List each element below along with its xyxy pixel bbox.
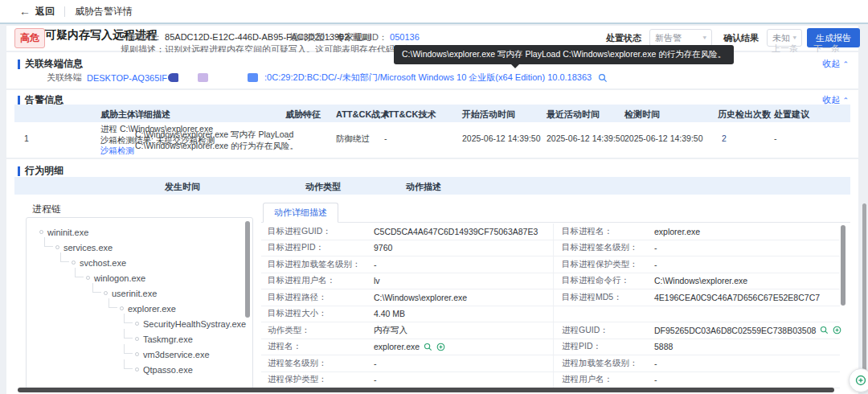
sandbox-detect-link[interactable]: 沙箱检测 [100, 146, 134, 157]
tree-connector [92, 283, 101, 293]
page-title: 威胁告警详情 [75, 5, 133, 18]
dispose-status-label: 处置状态 [606, 32, 641, 44]
node-dot-icon [135, 367, 139, 371]
col-action-desc: 动作描述 [406, 181, 441, 193]
node-dot-icon [104, 291, 108, 295]
terminal-section-header: 关联终端信息 [18, 57, 83, 71]
col-attck-tactic: ATT&CK战术 [336, 109, 389, 121]
node-dot-icon [135, 337, 139, 341]
tree-node[interactable]: winlogon.exe [27, 270, 252, 285]
tree-connector [124, 329, 133, 339]
node-dot-icon [135, 322, 139, 326]
col-detect-time: 检测时间 [624, 109, 660, 121]
tab-action-detail[interactable]: 动作详细描述 [263, 203, 338, 223]
dispose-status-select[interactable]: 新告警 ▾ [649, 29, 712, 47]
detail-row: 目标进程路径： C:\Windows\explorer.exe 目标进程MD5：… [261, 289, 840, 306]
tree-scrollbar[interactable] [245, 221, 250, 318]
node-dot-icon [55, 245, 59, 249]
redaction-block [198, 73, 208, 82]
detail-row: 目标进程GUID： C5CD5CA4A647C6D14939CF75063A87… [261, 224, 840, 240]
col-detail-desc: 详细描述 [135, 109, 170, 121]
col-threat-subject: 威胁主体 [100, 109, 136, 121]
process-chain-title: 进程链 [32, 203, 61, 216]
detail-row: 进程签名级别： - 进程加载签名级别： - [261, 355, 840, 372]
tree-connector [44, 237, 53, 247]
tree-connector [60, 252, 69, 262]
horizontal-scrollbar[interactable] [18, 388, 834, 392]
rule-id-link[interactable]: 050136 [390, 32, 420, 42]
tree-connector [75, 268, 84, 277]
tree-node[interactable]: Qtpasso.exe [27, 362, 252, 377]
chevron-up-icon: ⌃ [842, 60, 849, 68]
threat-feature-cell: - [288, 133, 291, 143]
node-dot-icon [135, 352, 139, 356]
detail-row: 目标进程大小： 4.40 MB [261, 306, 840, 323]
suggestion-cell: - [774, 133, 777, 143]
behavior-card: 行为明细 发生时间 动作类型 动作描述 进程链 wininit.exe serv… [6, 159, 858, 394]
col-occur-time: 发生时间 [165, 181, 200, 193]
search-icon[interactable] [820, 326, 829, 334]
chevron-down-icon: ▾ [792, 35, 796, 41]
table-row[interactable]: 1 进程 C:\Windows\explorer.exe 沙箱检测结果: 未提交… [14, 122, 850, 158]
alert-table-header: 威胁主体 详细描述 威胁特征 ATT&CK战术 ATT&CK技术 开始活动时间 … [14, 105, 850, 122]
tree-node[interactable]: wininit.exe [27, 224, 252, 240]
process-chain-panel: 进程链 wininit.exe services.exe svchost.exe… [24, 201, 255, 392]
detail-row: 目标进程加载签名级别： - 目标进程保护类型： - [261, 257, 840, 273]
chevron-up-icon: ⌃ [842, 96, 849, 105]
history-count-cell: 2 [722, 133, 727, 143]
detail-table-scrollbar[interactable] [841, 225, 845, 306]
tree-node[interactable]: explorer.exe [27, 301, 252, 316]
redaction-block [168, 73, 178, 82]
tree-node[interactable]: svchost.exe [27, 255, 252, 270]
floating-action-button[interactable] [849, 368, 868, 392]
detail-row: 目标进程用户名： lv 目标进程命令行： C:\Windows\explorer… [261, 273, 840, 290]
attck-technique-cell: - [384, 133, 387, 143]
col-threat-feature: 威胁特征 [285, 109, 321, 121]
attck-tactic-cell: 防御绕过 [336, 133, 370, 145]
back-button[interactable]: 返回 [35, 5, 55, 18]
alert-info-card: 告警信息 收起⌃ 威胁主体 详细描述 威胁特征 ATT&CK战术 ATT&CK技… [6, 90, 858, 158]
tree-connector [124, 314, 133, 323]
node-dot-icon [39, 230, 43, 234]
tree-connector [124, 359, 133, 369]
detail-table: 目标进程GUID： C5CD5CA4A647C6D14939CF75063A87… [261, 224, 840, 388]
start-time-cell: 2025-06-12 14:39:50 [462, 133, 541, 143]
detect-time-cell: 2025-06-12 14:39:50 [624, 133, 703, 143]
tree-connector [124, 344, 133, 354]
chevron-down-icon: ▾ [702, 35, 706, 41]
col-start-time: 开始活动时间 [462, 109, 515, 121]
severity-badge: 高危 [14, 28, 45, 48]
rule-id: 规则ID： 050136 [352, 31, 420, 43]
hostname-link[interactable]: DESKTOP-AQ365IF [87, 73, 167, 83]
section-accent-bar [18, 166, 20, 176]
circle-plus-icon[interactable] [833, 326, 841, 334]
tree-node[interactable]: SecurityHealthSystray.exe [27, 316, 252, 331]
tree-node[interactable]: vm3dservice.exe [27, 347, 252, 362]
page-scrollbar[interactable] [862, 203, 866, 376]
behavior-section-header: 行为明细 [18, 164, 63, 178]
search-icon[interactable] [598, 73, 608, 83]
tree-node[interactable]: Taskmgr.exe [27, 331, 252, 347]
terminal-collapse-link[interactable]: 收起⌃ [822, 58, 849, 70]
section-accent-bar [18, 60, 20, 69]
circle-plus-icon[interactable] [436, 343, 445, 351]
col-recent-time: 最近活动时间 [547, 109, 600, 121]
tree-connector [108, 298, 117, 308]
terminal-detail: :0C:29:2D:BC:DC/-/未知部门/Microsoft Windows… [264, 72, 592, 84]
back-arrow-icon[interactable]: ← [19, 5, 31, 18]
detail-row: 进程名： explorer.exe 进程PID： 5888 [261, 339, 840, 356]
node-dot-icon [86, 276, 90, 280]
section-accent-bar [18, 96, 20, 105]
detail-tabbar: 动作详细描述 [261, 203, 850, 223]
detail-row: 进程保护类型： - 进程用户名： - [261, 372, 840, 389]
detail-row: 目标进程PID： 9760 目标进程签名级别： - [261, 240, 840, 257]
action-detail-panel: 动作详细描述 目标进程GUID： C5CD5CA4A647C6D14939CF7… [261, 203, 850, 394]
col-attck-technique: ATT&CK技术 [383, 109, 436, 121]
search-icon[interactable] [424, 343, 432, 351]
terminal-value: DESKTOP-AQ365IF :0C:29:2D:BC:DC/-/未知部门/M… [87, 72, 608, 84]
row-index: 1 [24, 133, 29, 143]
tooltip-arrow [511, 64, 519, 68]
tree-node[interactable]: userinit.exe [27, 285, 252, 301]
process-tree: wininit.exe services.exe svchost.exe win… [26, 217, 253, 389]
risk-tooltip: C:\Windows\explorer.exe 写内存 PlayLoad C:\… [394, 45, 734, 64]
